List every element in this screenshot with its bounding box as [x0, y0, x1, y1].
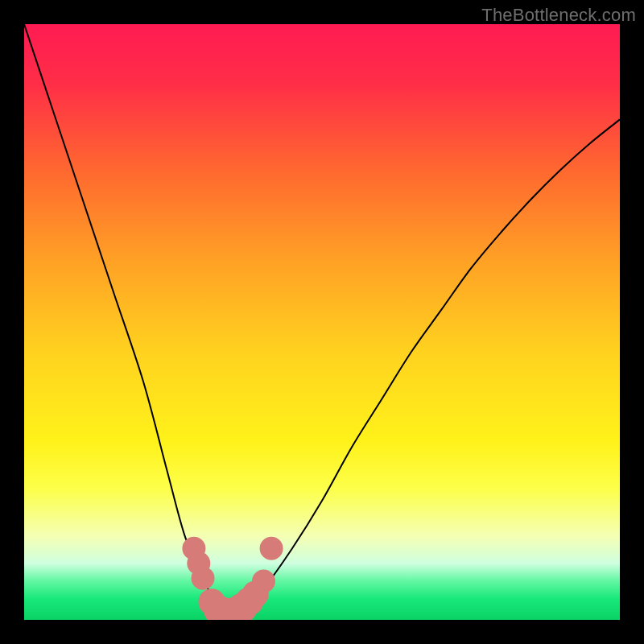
curve-layer [24, 24, 620, 620]
data-marker [252, 569, 275, 592]
chart-frame: TheBottleneck.com [0, 0, 644, 644]
watermark-text: TheBottleneck.com [481, 5, 636, 26]
data-marker [260, 537, 283, 560]
data-marker [192, 567, 215, 590]
plot-area [24, 24, 620, 620]
bottleneck-curve [24, 24, 620, 614]
